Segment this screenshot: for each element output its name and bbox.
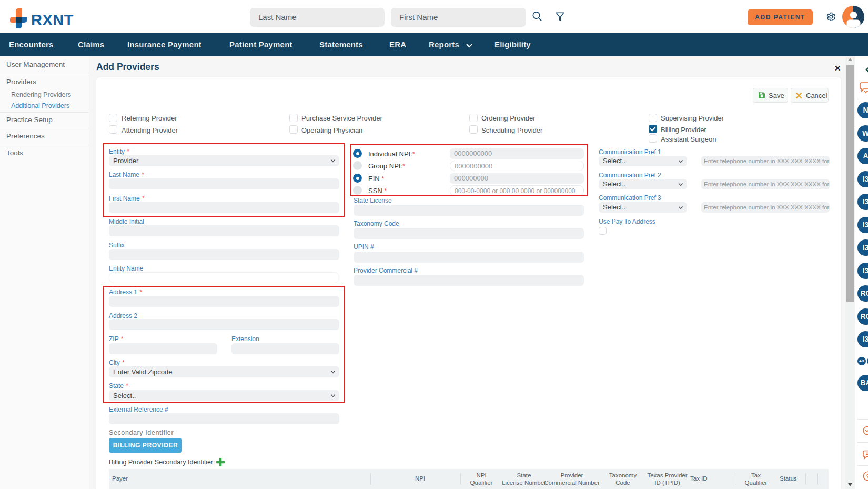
svg-text:?: ?: [866, 473, 868, 480]
